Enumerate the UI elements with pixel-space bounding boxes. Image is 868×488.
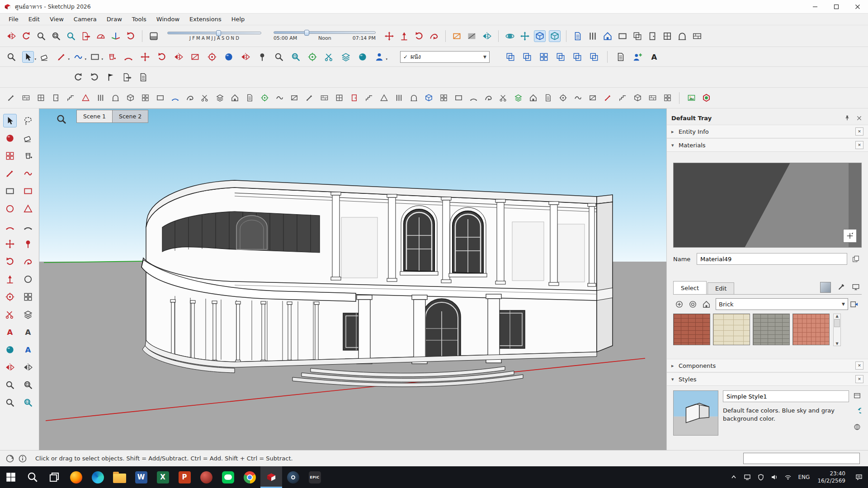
- ext-tool-08[interactable]: [110, 93, 121, 103]
- epic-games-icon[interactable]: EPIC: [304, 466, 326, 488]
- ext-tool-17[interactable]: [244, 93, 255, 103]
- taskbar-search-button[interactable]: [22, 466, 43, 488]
- rotated-rectangle-icon[interactable]: [21, 184, 35, 198]
- flip-red-icon[interactable]: [5, 30, 17, 42]
- info-icon[interactable]: [17, 453, 28, 464]
- style-update-icon[interactable]: [851, 421, 863, 433]
- export-2d-icon[interactable]: [80, 30, 92, 42]
- secondary-material-thumb[interactable]: [820, 282, 831, 293]
- material-swatch-brick-gray[interactable]: [753, 314, 790, 345]
- line-tool-icon[interactable]: [3, 167, 17, 180]
- material-category-combo[interactable]: Brick ▼: [716, 298, 848, 310]
- orbit-sphere-icon[interactable]: [357, 51, 368, 63]
- menu-window[interactable]: Window: [151, 14, 184, 25]
- material-name-input[interactable]: [697, 253, 847, 265]
- label-tool-icon[interactable]: A: [21, 325, 35, 339]
- ext-tool-42[interactable]: [617, 93, 628, 103]
- ext-tool-23[interactable]: [334, 93, 344, 103]
- array-linear-icon[interactable]: [521, 51, 533, 63]
- time-slider-handle[interactable]: [304, 30, 309, 36]
- red-browser-icon[interactable]: [195, 466, 217, 488]
- ext-tool-43[interactable]: [632, 93, 643, 103]
- ext-tool-20[interactable]: [289, 93, 300, 103]
- scroll-up-icon[interactable]: ▲: [835, 314, 838, 318]
- firefox-icon[interactable]: [65, 466, 87, 488]
- paint-sphere-icon[interactable]: [223, 51, 235, 63]
- layer-copy-icon[interactable]: [571, 51, 583, 63]
- panel-styles[interactable]: ▾ Styles ✕: [667, 372, 868, 386]
- text-tool-icon[interactable]: A: [3, 325, 17, 339]
- mirror-tool-icon[interactable]: [21, 361, 35, 374]
- zoom-tool3-icon[interactable]: [273, 51, 285, 63]
- follow-me-icon[interactable]: [21, 255, 35, 268]
- ext-tool-09[interactable]: [125, 93, 136, 103]
- ext-tool-10[interactable]: [140, 93, 151, 103]
- tab-scene-1[interactable]: Scene 1: [76, 110, 113, 123]
- select-tool-icon[interactable]: [3, 114, 17, 127]
- image-tool-icon[interactable]: [686, 93, 697, 103]
- scene-doc-icon[interactable]: [572, 30, 584, 42]
- tab-scene-2[interactable]: Scene 2: [113, 110, 148, 123]
- powerpoint-icon[interactable]: P: [174, 466, 195, 488]
- menu-file[interactable]: File: [4, 14, 24, 25]
- swatch-scrollbar[interactable]: ▲ ▼: [833, 314, 841, 346]
- tab-select[interactable]: Select: [673, 281, 707, 294]
- ext-tool-40[interactable]: [587, 93, 598, 103]
- door-tool-icon[interactable]: [646, 30, 658, 42]
- style-thumbnail[interactable]: [673, 390, 718, 436]
- split-view-icon[interactable]: [632, 30, 643, 42]
- parallel-toggle-icon[interactable]: [549, 30, 561, 42]
- in-model-home-icon[interactable]: [700, 298, 712, 310]
- tape-measure-icon[interactable]: [3, 290, 17, 304]
- security-shield-icon[interactable]: [754, 466, 768, 488]
- ext-tool-44[interactable]: [647, 93, 658, 103]
- layers-tool-icon[interactable]: [21, 308, 35, 321]
- flag-icon[interactable]: [105, 71, 117, 83]
- ext-tool-13[interactable]: [184, 93, 195, 103]
- plugin-hex-icon[interactable]: [701, 93, 712, 103]
- ext-tool-06[interactable]: [80, 93, 91, 103]
- menu-extensions[interactable]: Extensions: [184, 14, 226, 25]
- two-point-arc-icon[interactable]: [21, 220, 35, 233]
- flip-tool-icon[interactable]: [173, 51, 184, 63]
- create-material-icon[interactable]: [673, 298, 685, 310]
- menu-camera[interactable]: Camera: [69, 14, 102, 25]
- word-icon[interactable]: W: [130, 466, 152, 488]
- axes-tool-icon[interactable]: [110, 30, 122, 42]
- close-button[interactable]: [847, 0, 868, 14]
- pin-tool-icon[interactable]: [21, 237, 35, 251]
- move-tool-icon[interactable]: [3, 237, 17, 251]
- measurements-input[interactable]: [743, 453, 860, 464]
- zoom-tool2-icon[interactable]: [5, 51, 17, 63]
- component-grid-icon[interactable]: [3, 149, 17, 163]
- export-doc-icon[interactable]: [121, 71, 133, 83]
- display-icon[interactable]: [741, 466, 754, 488]
- scroll-thumb[interactable]: [834, 319, 840, 327]
- ext-tool-38[interactable]: [557, 93, 568, 103]
- freehand-tool-icon[interactable]: ▾: [72, 51, 84, 63]
- ext-tool-03[interactable]: [35, 93, 46, 103]
- ext-tool-25[interactable]: [363, 93, 374, 103]
- ext-tool-12[interactable]: [170, 93, 180, 103]
- add-person-icon[interactable]: [632, 51, 643, 63]
- ext-tool-28[interactable]: [408, 93, 419, 103]
- group-copy-icon[interactable]: [555, 51, 566, 63]
- steam-icon[interactable]: [282, 466, 304, 488]
- ext-tool-18[interactable]: [259, 93, 270, 103]
- zoom-window-icon[interactable]: [50, 30, 62, 42]
- ext-tool-04[interactable]: [50, 93, 61, 103]
- dropdown-arrow-icon[interactable]: ▾: [68, 57, 70, 61]
- globe-tool-icon[interactable]: [3, 343, 17, 357]
- layers-tool-icon[interactable]: [340, 51, 352, 63]
- ext-tool-37[interactable]: [542, 93, 553, 103]
- avatar-icon[interactable]: ▾: [373, 51, 385, 63]
- section-display-icon[interactable]: [481, 30, 493, 42]
- shadows-toggle-icon[interactable]: [148, 30, 160, 42]
- arc-tool-icon[interactable]: [123, 51, 134, 63]
- stack-copy-icon[interactable]: [588, 51, 600, 63]
- line-icon[interactable]: [217, 466, 239, 488]
- ext-tool-45[interactable]: [662, 93, 673, 103]
- target-tool-icon[interactable]: [206, 51, 218, 63]
- ext-tool-01[interactable]: [5, 93, 16, 103]
- ext-tool-36[interactable]: [528, 93, 538, 103]
